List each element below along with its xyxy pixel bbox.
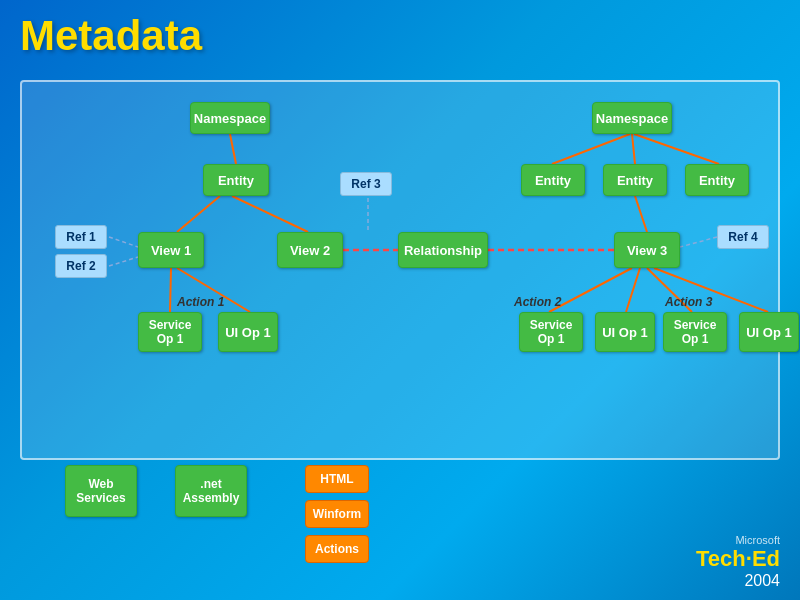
ui-op1-right2: UI Op 1 bbox=[739, 312, 799, 352]
tech-text: Tech bbox=[696, 546, 746, 571]
entity-node-right3: Entity bbox=[685, 164, 749, 196]
actions-box: Actions bbox=[305, 535, 369, 563]
view1-node: View 1 bbox=[138, 232, 204, 268]
service-op1-left: Service Op 1 bbox=[138, 312, 202, 352]
service-op1-right1: Service Op 1 bbox=[519, 312, 583, 352]
ui-op1-right1: UI Op 1 bbox=[595, 312, 655, 352]
entity-node-right1: Entity bbox=[521, 164, 585, 196]
svg-line-8 bbox=[635, 196, 647, 232]
diagram-area: Namespace Entity View 1 View 2 Relations… bbox=[20, 80, 780, 460]
svg-line-7 bbox=[634, 134, 719, 164]
year-text: 2004 bbox=[696, 572, 780, 590]
view2-node: View 2 bbox=[277, 232, 343, 268]
page-title: Metadata bbox=[20, 12, 202, 60]
svg-line-1 bbox=[177, 196, 220, 232]
microsoft-text: Microsoft bbox=[696, 534, 780, 546]
action2-label: Action 2 bbox=[514, 295, 561, 309]
action1-label: Action 1 bbox=[177, 295, 224, 309]
service-op1-right2: Service Op 1 bbox=[663, 312, 727, 352]
entity-node-right2: Entity bbox=[603, 164, 667, 196]
web-services-node: Web Services bbox=[65, 465, 137, 517]
relationship-node: Relationship bbox=[398, 232, 488, 268]
net-assembly-node: .net Assembly bbox=[175, 465, 247, 517]
ref2-box: Ref 2 bbox=[55, 254, 107, 278]
ref3-box: Ref 3 bbox=[340, 172, 392, 196]
svg-line-17 bbox=[109, 257, 138, 266]
namespace-node-left: Namespace bbox=[190, 102, 270, 134]
teched-text: Tech·Ed bbox=[696, 546, 780, 572]
svg-line-5 bbox=[552, 134, 630, 164]
svg-line-16 bbox=[109, 237, 138, 247]
html-box: HTML bbox=[305, 465, 369, 493]
ed-text: ·Ed bbox=[746, 546, 780, 571]
view3-node: View 3 bbox=[614, 232, 680, 268]
teched-logo: Microsoft Tech·Ed 2004 bbox=[696, 534, 780, 590]
svg-line-6 bbox=[632, 134, 635, 164]
svg-line-3 bbox=[170, 268, 171, 312]
winform-box: Winform bbox=[305, 500, 369, 528]
diagram-lines bbox=[22, 82, 778, 458]
namespace-node-right: Namespace bbox=[592, 102, 672, 134]
svg-line-2 bbox=[232, 196, 308, 232]
entity-node-left: Entity bbox=[203, 164, 269, 196]
ui-op1-left: UI Op 1 bbox=[218, 312, 278, 352]
svg-line-18 bbox=[680, 237, 717, 247]
svg-line-0 bbox=[230, 134, 236, 164]
svg-line-10 bbox=[626, 268, 640, 312]
svg-line-9 bbox=[549, 268, 632, 312]
action3-label: Action 3 bbox=[665, 295, 712, 309]
ref1-box: Ref 1 bbox=[55, 225, 107, 249]
ref4-box: Ref 4 bbox=[717, 225, 769, 249]
